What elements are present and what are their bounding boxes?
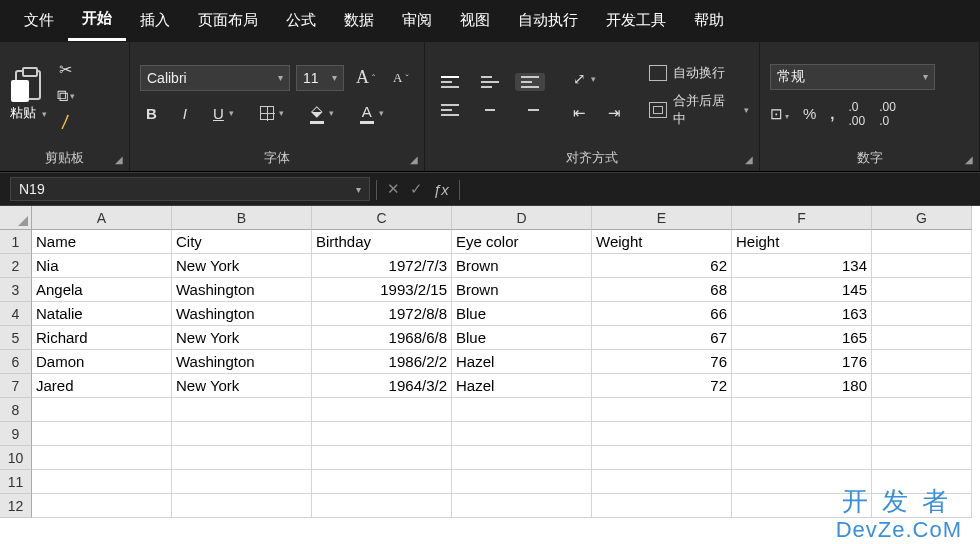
cell[interactable] <box>452 398 592 422</box>
tab-审阅[interactable]: 审阅 <box>388 3 446 40</box>
col-header-F[interactable]: F <box>732 206 872 230</box>
cell[interactable] <box>32 470 172 494</box>
row-header-1[interactable]: 1 <box>0 230 32 254</box>
cell[interactable]: 67 <box>592 326 732 350</box>
cell[interactable] <box>872 326 972 350</box>
cell[interactable]: 72 <box>592 374 732 398</box>
cell[interactable] <box>452 494 592 518</box>
cell[interactable]: Weight <box>592 230 732 254</box>
cell[interactable]: 176 <box>732 350 872 374</box>
number-launcher-icon[interactable]: ◢ <box>965 151 973 169</box>
cell[interactable]: Eye color <box>452 230 592 254</box>
col-header-B[interactable]: B <box>172 206 312 230</box>
cell[interactable]: 66 <box>592 302 732 326</box>
increase-decimal-button[interactable]: .0.00 <box>849 100 866 128</box>
col-header-E[interactable]: E <box>592 206 732 230</box>
enter-formula-button[interactable]: ✓ <box>410 180 423 198</box>
cell[interactable]: 145 <box>732 278 872 302</box>
name-box[interactable]: N19▾ <box>10 177 370 201</box>
align-launcher-icon[interactable]: ◢ <box>745 151 753 169</box>
format-painter-button[interactable]: 〳 <box>55 113 77 131</box>
cell[interactable] <box>592 494 732 518</box>
tab-数据[interactable]: 数据 <box>330 3 388 40</box>
font-color-button[interactable]: A▾ <box>354 100 390 127</box>
cell[interactable]: Hazel <box>452 374 592 398</box>
cell[interactable]: Angela <box>32 278 172 302</box>
row-header-8[interactable]: 8 <box>0 398 32 422</box>
cell[interactable]: 163 <box>732 302 872 326</box>
cell[interactable]: 62 <box>592 254 732 278</box>
cell[interactable] <box>592 446 732 470</box>
tab-公式[interactable]: 公式 <box>272 3 330 40</box>
spreadsheet-grid[interactable]: ABCDEFG 123456789101112 NameCityBirthday… <box>0 206 980 544</box>
cell[interactable]: Blue <box>452 326 592 350</box>
comma-button[interactable]: , <box>830 105 834 122</box>
increase-indent-button[interactable]: ⇥ <box>602 101 627 125</box>
percent-button[interactable]: % <box>803 105 816 122</box>
cell[interactable]: Brown <box>452 278 592 302</box>
cell[interactable] <box>32 446 172 470</box>
cell[interactable] <box>732 422 872 446</box>
cell[interactable]: Washington <box>172 350 312 374</box>
cell[interactable]: Brown <box>452 254 592 278</box>
cell[interactable]: Richard <box>32 326 172 350</box>
cell[interactable] <box>172 494 312 518</box>
clipboard-launcher-icon[interactable]: ◢ <box>115 151 123 169</box>
font-launcher-icon[interactable]: ◢ <box>410 151 418 169</box>
cell[interactable] <box>592 398 732 422</box>
tab-页面布局[interactable]: 页面布局 <box>184 3 272 40</box>
cell[interactable]: Height <box>732 230 872 254</box>
cell[interactable] <box>732 398 872 422</box>
font-name-combo[interactable]: Calibri▾ <box>140 65 290 91</box>
cell[interactable]: 1993/2/15 <box>312 278 452 302</box>
cell[interactable] <box>452 470 592 494</box>
cell[interactable]: Washington <box>172 278 312 302</box>
cell[interactable] <box>732 446 872 470</box>
cell[interactable]: 1972/7/3 <box>312 254 452 278</box>
cell[interactable]: 68 <box>592 278 732 302</box>
increase-font-button[interactable]: Aˆ <box>350 64 381 91</box>
cell[interactable]: 1972/8/8 <box>312 302 452 326</box>
row-header-9[interactable]: 9 <box>0 422 32 446</box>
cell[interactable] <box>592 470 732 494</box>
cell[interactable] <box>172 446 312 470</box>
cell[interactable] <box>452 422 592 446</box>
cell[interactable]: 1964/3/2 <box>312 374 452 398</box>
paste-button[interactable]: 粘贴 ▾ <box>10 70 47 122</box>
cell[interactable]: Natalie <box>32 302 172 326</box>
cell[interactable] <box>312 494 452 518</box>
cell[interactable]: 165 <box>732 326 872 350</box>
merge-center-button[interactable]: 合并后居中▾ <box>649 92 749 128</box>
row-header-4[interactable]: 4 <box>0 302 32 326</box>
border-button[interactable]: ▾ <box>254 103 290 123</box>
cell[interactable]: New York <box>172 254 312 278</box>
cell[interactable]: Blue <box>452 302 592 326</box>
col-header-A[interactable]: A <box>32 206 172 230</box>
col-header-G[interactable]: G <box>872 206 972 230</box>
cell[interactable]: Washington <box>172 302 312 326</box>
col-header-C[interactable]: C <box>312 206 452 230</box>
copy-button[interactable]: ⧉▾ <box>55 87 77 105</box>
tab-文件[interactable]: 文件 <box>10 3 68 40</box>
cell[interactable]: 180 <box>732 374 872 398</box>
cell[interactable] <box>872 446 972 470</box>
row-header-3[interactable]: 3 <box>0 278 32 302</box>
align-left-button[interactable] <box>435 101 465 119</box>
cell[interactable] <box>172 470 312 494</box>
select-all-corner[interactable] <box>0 206 32 230</box>
accounting-format-button[interactable]: ⊡▾ <box>770 105 789 123</box>
align-top-button[interactable] <box>435 73 465 91</box>
cell[interactable]: New York <box>172 326 312 350</box>
tab-开发工具[interactable]: 开发工具 <box>592 3 680 40</box>
cell[interactable]: 134 <box>732 254 872 278</box>
font-size-combo[interactable]: 11▾ <box>296 65 344 91</box>
cell[interactable] <box>32 494 172 518</box>
row-header-2[interactable]: 2 <box>0 254 32 278</box>
cell[interactable] <box>872 302 972 326</box>
row-header-5[interactable]: 5 <box>0 326 32 350</box>
cell[interactable] <box>872 230 972 254</box>
cell[interactable] <box>32 398 172 422</box>
orientation-button[interactable]: ⤢▾ <box>567 67 627 91</box>
row-header-6[interactable]: 6 <box>0 350 32 374</box>
cell[interactable] <box>872 374 972 398</box>
